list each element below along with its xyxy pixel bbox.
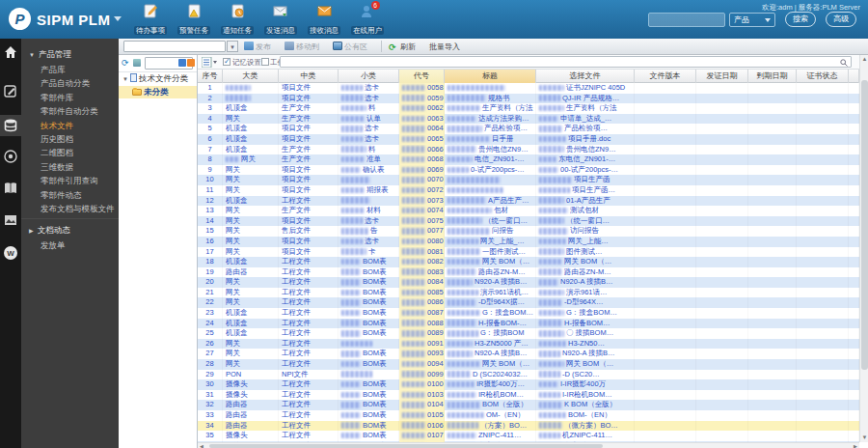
cell-title[interactable]: 规格书 (445, 94, 536, 104)
cell-title[interactable]: 达成方法采购… (445, 114, 536, 125)
sidebar-item-8[interactable]: 零部件引用查询 (21, 174, 119, 187)
sidebar-item-7[interactable]: 三维数据 (21, 160, 119, 174)
table-row[interactable]: 5机顶盒项目文件选卡0064产品检验项…产品检验项… (198, 124, 859, 134)
saved-filter-input[interactable] (123, 41, 226, 52)
cell-title[interactable]: N920-A 接插B… (445, 277, 536, 288)
cell-title[interactable]: A产品生产… (445, 196, 536, 207)
table-search-input[interactable] (280, 56, 852, 68)
sidebar-group-product-mgmt[interactable]: ▼产品管理 (21, 46, 119, 63)
scroll-right-arrow[interactable]: ▶ (852, 443, 859, 448)
cell-title[interactable]: G：接插BOM (445, 328, 536, 339)
table-row[interactable]: 18机顶盒工程文件BOM表0082网关 BOM（…网关 BOM（… (198, 257, 859, 267)
cell-title[interactable]: OM-（EN） (445, 410, 536, 421)
tree-filter-icon[interactable] (187, 59, 195, 67)
cell-title[interactable]: 贵州电信ZN9… (445, 145, 536, 155)
table-row[interactable]: 1项目文件选卡0058证书JZNIPC 405D (198, 83, 859, 94)
cell-title[interactable]: -D型964X据… (445, 297, 536, 308)
table-row[interactable]: 7机顶盒生产文件料0066贵州电信ZN9…贵州电信ZN9… (198, 145, 859, 155)
cell-file[interactable]: H-报备BOM… (536, 319, 635, 329)
table-row[interactable]: 25机顶盒工程文件BOM表0089G：接插BOM〇 接插BOM… (198, 328, 859, 339)
column-header-filler[interactable] (849, 70, 859, 83)
cell-file[interactable]: 00-试产200pcs-… (536, 165, 635, 176)
cell-title[interactable]: 网关 BOM（… (445, 257, 536, 267)
module-send-message[interactable]: 发送消息 (258, 4, 303, 37)
cell-title[interactable]: 网关_上能_… (445, 237, 536, 247)
cell-title[interactable] (445, 185, 536, 196)
edit-icon[interactable] (3, 83, 18, 98)
cell-title[interactable]: ZNIPC-411… (445, 431, 536, 441)
cell-title[interactable]: 0-试产200pcs-… (445, 165, 536, 176)
tree-root-node[interactable]: ▼技术文件分类 (119, 72, 197, 86)
sidebar-item-9[interactable]: 零部件动态 (21, 188, 119, 202)
cell-title[interactable]: IR摄影400万… (445, 379, 536, 390)
cell-title[interactable]: 目手册 (445, 134, 536, 145)
column-header-大类[interactable]: 大类 (223, 70, 279, 83)
table-row[interactable]: 24机顶盒工程文件BOM表0088H-报备BOM-…H-报备BOM… (198, 319, 859, 329)
advanced-search-button[interactable]: 高级 (826, 12, 856, 27)
sidebar-item-3[interactable]: 零部件自动分类 (21, 104, 119, 118)
refresh-button[interactable]: ⟳刷新 (389, 41, 416, 53)
cell-title[interactable] (445, 175, 536, 185)
horizontal-scrollbar[interactable]: ◀ ▶ (198, 442, 859, 448)
home-icon[interactable] (3, 44, 18, 60)
table-row[interactable]: 19路由器工程文件BOM表0083路由器ZN-M…路由器ZN-M… (198, 267, 859, 278)
cell-file[interactable]: 项目生产函… (536, 185, 635, 196)
cell-file[interactable]: 生产资料（方法 (536, 103, 635, 114)
cell-file[interactable]: BOM-（EN） (536, 410, 635, 421)
column-header-证书状态[interactable]: 证书状态 (797, 70, 849, 83)
table-row[interactable]: 8网关生产文件准单0068电信_ZN901-…东电信_ZN901-… (198, 154, 859, 165)
table-row[interactable]: 6机顶盒项目文件选卡0065目手册项目手册.doc (198, 134, 859, 145)
cell-file[interactable]: QJ-IR 产品规格… (536, 94, 635, 104)
column-config-button[interactable] (202, 57, 219, 68)
table-row[interactable]: 32路由器工程文件BOM表0104BOM（全版）K BOM（全版） (198, 400, 859, 410)
column-header-标题[interactable]: 标题 (445, 70, 536, 83)
cell-title[interactable]: BOM（全版） (445, 400, 536, 410)
table-row[interactable]: 3机顶盒生产文件料0062生产资料（方法生产资料（方法 (198, 103, 859, 114)
cell-file[interactable]: H3-ZN50… (536, 339, 635, 350)
table-row[interactable]: 33路由器工程文件BOM表0105OM-（EN）BOM-（EN） (198, 410, 859, 421)
scroll-left-arrow[interactable]: ◀ (198, 443, 205, 448)
cell-file[interactable]: K BOM（全版） (536, 400, 635, 410)
table-row[interactable]: 10网关项目文件0070项目生产函 (198, 175, 859, 185)
cell-file[interactable]: 访问报告 (536, 226, 635, 237)
column-header-到期日期[interactable]: 到期日期 (748, 70, 797, 83)
cell-title[interactable]: H3-ZN5000 产… (445, 339, 536, 350)
table-row[interactable]: 14网关项目文件选卡0075（统一窗口…（统一窗口… (198, 216, 859, 227)
cell-file[interactable]: I-IR摄影400万 (536, 379, 635, 390)
cell-file[interactable]: 演示961话… (536, 288, 635, 298)
table-row[interactable]: 34路由器工程文件BOM表0106（方案）BO…（微方案）BO… (198, 421, 859, 432)
support-icon[interactable] (3, 149, 18, 164)
cell-title[interactable]: 演示961话机… (445, 288, 536, 298)
column-header-小类[interactable]: 小类 (339, 70, 399, 83)
module-notify-task[interactable]: 通知任务 (215, 4, 259, 37)
cell-file[interactable]: N920-A 接插B… (536, 277, 635, 288)
module-receive-message[interactable]: 接收消息 (302, 4, 346, 37)
sidebar-item-1[interactable]: 产品自动分类 (21, 76, 119, 90)
column-header-代号[interactable]: 代号 (399, 70, 445, 83)
tree-expand-caret[interactable]: ▼ (122, 76, 128, 82)
column-header-选择文件[interactable]: 选择文件 (536, 70, 635, 83)
publish-button[interactable]: 发布 (244, 41, 271, 53)
cell-file[interactable]: 项目手册.doc (536, 134, 635, 145)
cell-file[interactable]: 路由器ZN-M… (536, 267, 635, 278)
scroll-up-arrow[interactable]: ▲ (860, 55, 868, 64)
cell-file[interactable]: 〇 接插BOM… (536, 328, 635, 339)
cell-file[interactable]: 贵州电信ZN9… (536, 145, 635, 155)
search-button[interactable]: 搜索 (785, 12, 816, 27)
scroll-down-arrow[interactable]: ▼ (860, 434, 868, 442)
table-row[interactable]: 23机顶盒工程文件BOM表0087G：接盒BOM…G：接盒BOM… (198, 308, 859, 319)
gallery-icon[interactable] (3, 212, 18, 228)
cell-file[interactable]: 网关 BOM（… (536, 257, 635, 267)
cell-file[interactable]: （统一窗口… (536, 216, 635, 227)
cell-file[interactable]: 机ZNIPC-411… (536, 431, 635, 441)
module-online-users[interactable]: 6在线用户 (345, 4, 390, 37)
sidebar-item-2[interactable]: 零部件库 (21, 91, 119, 104)
sidebar-item-bottom[interactable]: 发放单 (21, 238, 119, 252)
cell-title[interactable]: 路由器ZN-M… (445, 267, 536, 278)
cell-file[interactable]: 网关_上能… (536, 237, 635, 247)
tree-node-unclassified[interactable]: 未分类 (119, 86, 197, 99)
table-row[interactable]: 11网关项目文件期报表0072项目生产函… (198, 185, 859, 196)
global-search-input[interactable] (648, 13, 725, 27)
vertical-scroll-thumb[interactable] (861, 80, 868, 370)
vertical-scrollbar[interactable]: ▲ ▼ (859, 55, 868, 442)
